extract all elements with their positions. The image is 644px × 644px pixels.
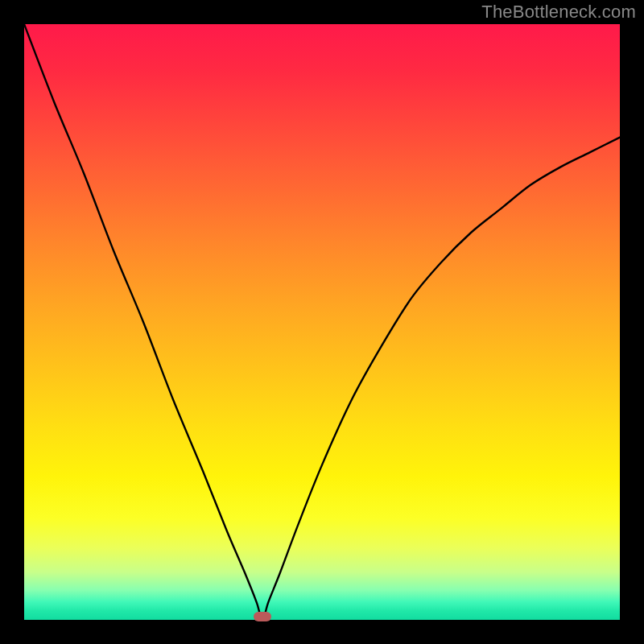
minimum-marker — [254, 612, 271, 621]
curve-svg — [24, 24, 620, 620]
chart-frame: TheBottleneck.com — [0, 0, 644, 644]
bottleneck-curve — [24, 24, 620, 620]
plot-area — [24, 24, 620, 620]
watermark-text: TheBottleneck.com — [481, 2, 636, 23]
